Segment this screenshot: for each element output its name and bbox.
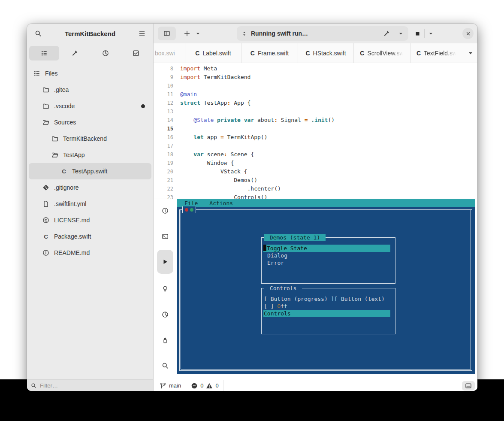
info-icon	[42, 249, 49, 256]
tab-scrollview-sw[interactable]: CScrollView.sw	[354, 43, 410, 63]
stop-dropdown[interactable]	[426, 28, 436, 39]
tab-label: box.swi	[155, 50, 175, 57]
tui-menu-bar: FileActions	[177, 199, 475, 207]
bottom-panel: FileActions Demos (state 1) Toggle State…	[154, 199, 477, 380]
tree-item-readme.md[interactable]: README.md	[29, 245, 151, 261]
tui-list-item-dialog[interactable]: Dialog	[267, 252, 287, 259]
code-editor[interactable]: 8import Meta9import TermKitBackend1011@m…	[154, 63, 477, 199]
sidebar-header: TermKitBackend	[27, 24, 153, 43]
hamburger-icon	[139, 30, 145, 37]
tab-frame-swift[interactable]: CFrame.swift	[241, 43, 298, 63]
line-number: 10	[154, 82, 173, 90]
code-line: 12struct TestApp: App {	[154, 99, 477, 107]
tree-item-sources[interactable]: Sources	[29, 114, 151, 130]
tree-item-gitea[interactable]: .gitea	[29, 82, 151, 98]
code-text	[173, 107, 180, 116]
tab-label: HStack.swift	[313, 50, 346, 57]
app-window: TermKitBackend Files.gitea.vscodeSources…	[27, 24, 477, 391]
search-panel-button[interactable]	[158, 359, 172, 373]
chevron-down-icon	[467, 50, 474, 57]
tui-selected-row[interactable]: Controls	[263, 310, 390, 317]
chevron-down-icon	[195, 31, 201, 36]
flask-icon	[162, 337, 169, 344]
search-icon	[35, 30, 42, 37]
new-tab-dropdown[interactable]	[193, 27, 202, 40]
chevron-down-icon[interactable]	[398, 31, 404, 36]
code-line: 11@main	[154, 90, 477, 99]
filter-bar[interactable]: Filter…	[27, 379, 153, 391]
tui-menu-actions[interactable]: Actions	[209, 200, 233, 207]
tree-item-gitignore[interactable]: .gitignore	[29, 179, 151, 196]
tui-window: Demos (state 1) Toggle StateDialogError …	[179, 209, 472, 371]
build-icon[interactable]	[383, 30, 390, 37]
swift-file-icon: C	[305, 50, 310, 57]
tree-item-label: Sources	[54, 119, 76, 126]
run-output-panel-button[interactable]	[157, 250, 173, 274]
svg-text:C: C	[44, 233, 48, 240]
code-line: 17	[154, 142, 477, 150]
tab-box-swi[interactable]: box.swi	[154, 43, 185, 63]
terminal-panel-button[interactable]	[158, 230, 172, 243]
tui-checkbox-row[interactable]: [ ] Off	[264, 303, 287, 310]
tui-list-item-toggle-state[interactable]: Toggle State	[263, 245, 390, 252]
web-panel-button[interactable]	[158, 308, 172, 321]
tree-item-package.swift[interactable]: CPackage.swift	[29, 228, 151, 245]
tree-item-termkitbackend[interactable]: TermKitBackend	[29, 130, 151, 147]
code-line: 13	[154, 107, 477, 116]
code-line: 9import TermKitBackend	[154, 73, 477, 82]
branch-indicator[interactable]: main	[160, 382, 181, 389]
code-text: Controls()	[173, 193, 268, 199]
terminal-output[interactable]: FileActions Demos (state 1) Toggle State…	[177, 199, 475, 374]
tab-bar: box.swiCLabel.swiftCFrame.swiftCHStack.s…	[154, 43, 477, 63]
code-line: 23 Controls()	[154, 193, 477, 199]
tui-menu-file[interactable]: File	[184, 200, 198, 207]
tree-item-label: .vscode	[54, 103, 75, 109]
code-line: 16 let app = TermKitApp()	[154, 133, 477, 142]
tree-item-testapp[interactable]: TestApp	[29, 147, 151, 163]
git-icon	[42, 184, 49, 191]
tree-item-label: Files	[45, 70, 58, 77]
menu-button[interactable]	[135, 27, 149, 40]
tab-textfield-sw[interactable]: CTextField.sw	[410, 43, 463, 63]
line-number: 19	[154, 159, 173, 167]
new-tab-button[interactable]	[181, 27, 193, 40]
tab-hstack-swift[interactable]: CHStack.swift	[298, 43, 354, 63]
tui-button-row[interactable]: [ Button (progress) ][ Button (text)	[264, 295, 385, 303]
c-file-icon: C	[60, 168, 67, 175]
diagnostics-indicator[interactable]: 0 0	[191, 382, 218, 389]
sidebar-panel-tab-build[interactable]	[60, 46, 90, 61]
suggestions-panel-button[interactable]	[158, 282, 172, 296]
close-window-button[interactable]	[462, 28, 474, 39]
logs-panel-button[interactable]	[158, 204, 172, 218]
stop-button[interactable]	[412, 28, 423, 39]
tui-list-item-error[interactable]: Error	[267, 259, 284, 267]
sidebar-panel-tab-web[interactable]	[91, 46, 121, 61]
project-title: TermKitBackend	[45, 30, 135, 37]
hammer-icon	[71, 50, 78, 57]
folder-icon	[51, 135, 58, 142]
tab-label-swift[interactable]: CLabel.swift	[185, 43, 241, 63]
tree-item-swiftlint.yml[interactable]: .swiftlint.yml	[29, 196, 151, 212]
tab-overflow-button[interactable]	[463, 43, 477, 63]
search-button[interactable]	[31, 27, 45, 40]
tree-item-testapp.swift[interactable]: CTestApp.swift	[29, 163, 151, 179]
branch-icon	[160, 382, 166, 389]
divider	[424, 29, 425, 38]
tui-maximize-dot[interactable]	[190, 208, 193, 212]
sidebar-panel-tab-project-tree[interactable]	[29, 46, 59, 61]
toggle-bottom-panel-button[interactable]	[462, 381, 475, 391]
run-command-selector[interactable]: Running swift run…	[237, 26, 408, 41]
tree-item-files[interactable]: Files	[29, 65, 151, 82]
code-line: 22 .hcenter()	[154, 185, 477, 193]
tree-item-label: .swiftlint.yml	[54, 200, 86, 207]
code-line: 18 var scene: Scene {	[154, 150, 477, 159]
tree-item-vscode[interactable]: .vscode	[29, 98, 151, 114]
profiler-panel-button[interactable]	[158, 333, 172, 347]
sidebar-panel-tab-tasks[interactable]	[121, 46, 151, 61]
sidebar-toggle-button[interactable]	[158, 27, 176, 40]
tree-item-license.md[interactable]: LICENSE.md	[29, 212, 151, 228]
line-number: 13	[154, 107, 173, 116]
warning-count: 0	[215, 382, 218, 389]
tui-close-dot[interactable]	[185, 208, 188, 212]
line-number: 8	[154, 64, 173, 73]
